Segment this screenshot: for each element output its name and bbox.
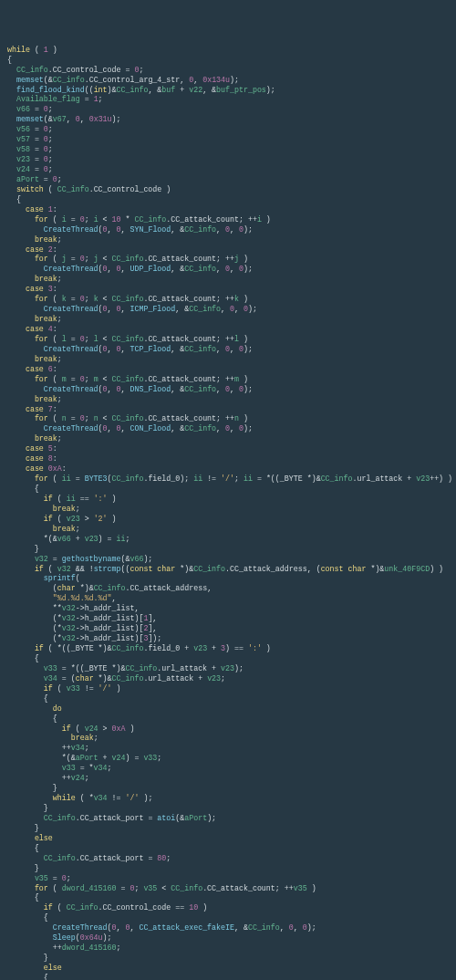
kw-while: while xyxy=(7,46,30,54)
code-block: while ( 1 ){ CC_info.CC_control_code = 0… xyxy=(7,46,449,980)
